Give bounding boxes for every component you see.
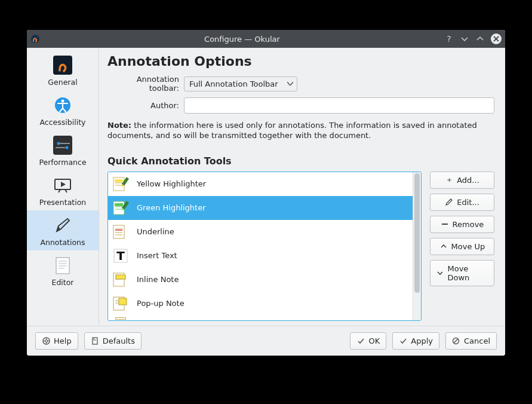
performance-icon (53, 135, 73, 155)
list-item-label: Green Highlighter (137, 203, 206, 212)
svg-point-5 (57, 142, 60, 145)
button-label: Move Up (451, 242, 485, 251)
content-pane: Annotation Options Annotation toolbar: F… (99, 48, 505, 326)
sidebar-item-accessibility[interactable]: Accessibility (27, 90, 99, 130)
sidebar-item-annotations[interactable]: Annotations (27, 210, 99, 250)
list-item[interactable]: Inline Note (108, 268, 413, 292)
button-label: Defaults (103, 336, 135, 345)
button-label: Add... (457, 176, 479, 185)
sidebar-item-label: Presentation (39, 198, 87, 207)
maximize-icon[interactable] (475, 34, 485, 44)
author-input[interactable] (184, 97, 494, 114)
svg-rect-4 (53, 136, 72, 155)
underline-icon (112, 223, 130, 241)
author-row: Author: (107, 97, 494, 114)
svg-rect-54 (93, 338, 97, 344)
popup-note-icon (112, 295, 130, 313)
sidebar-item-editor[interactable]: Editor (27, 250, 99, 290)
accessibility-icon (53, 95, 73, 115)
remove-button[interactable]: Remove (430, 216, 494, 233)
move-up-button[interactable]: Move Up (430, 238, 494, 255)
button-label: Edit... (457, 198, 479, 207)
list-item-label: Pop-up Note (137, 299, 184, 308)
partial-item-icon (112, 316, 130, 320)
tools-listbox[interactable]: Yellow Highlighter Green Highlighter (108, 172, 413, 320)
minus-icon (441, 220, 449, 228)
sidebar-item-general[interactable]: General (27, 50, 99, 90)
list-item-label: Underline (137, 227, 174, 236)
move-down-button[interactable]: Move Down (430, 260, 494, 286)
svg-rect-41 (116, 275, 125, 279)
scrollbar-thumb[interactable] (414, 173, 420, 293)
edit-button[interactable]: Edit... (430, 194, 494, 211)
cancel-icon (452, 337, 460, 345)
sidebar-item-presentation[interactable]: Presentation (27, 170, 99, 210)
list-item[interactable]: Yellow Highlighter (108, 172, 413, 196)
button-label: OK (368, 336, 380, 345)
author-label: Author: (107, 101, 179, 110)
button-label: Remove (453, 220, 484, 229)
window-buttons: ? (444, 33, 502, 44)
sidebar: General Accessibility Performance Presen… (27, 48, 99, 326)
list-item[interactable]: T Insert Text (108, 244, 413, 268)
tools-list-panel: Yellow Highlighter Green Highlighter (107, 172, 422, 321)
button-label: Apply (411, 336, 433, 345)
note-body: the information here is used only for an… (107, 121, 477, 140)
add-button[interactable]: ＋ Add... (430, 172, 494, 189)
list-item[interactable]: Green Highlighter (108, 196, 413, 220)
svg-rect-21 (115, 179, 123, 182)
sidebar-item-label: General (48, 78, 77, 87)
list-item[interactable]: Underline (108, 220, 413, 244)
svg-point-8 (66, 146, 69, 149)
chevron-up-icon (439, 242, 448, 250)
presentation-icon (53, 175, 73, 195)
svg-rect-31 (113, 225, 124, 238)
sidebar-item-performance[interactable]: Performance (27, 130, 99, 170)
svg-point-49 (45, 340, 47, 342)
svg-rect-28 (115, 203, 123, 206)
list-item-label: Insert Text (137, 251, 177, 260)
list-item-label: Yellow Highlighter (137, 179, 206, 188)
list-item-label: Inline Note (137, 275, 179, 284)
life-ring-icon (42, 337, 50, 345)
insert-text-icon: T (112, 247, 130, 265)
page-heading: Annotation Options (107, 54, 494, 69)
titlebar: Configure — Okular ? (27, 30, 505, 48)
sidebar-item-label: Accessibility (40, 118, 86, 127)
annotations-icon (53, 215, 73, 235)
scrollbar[interactable] (413, 172, 421, 320)
bottom-bar: Help Defaults OK Apply Cancel (27, 326, 505, 356)
window-title: Configure — Okular (44, 35, 441, 44)
minimize-icon[interactable] (460, 34, 469, 44)
chevron-down-icon (436, 269, 444, 277)
tools-area: Yellow Highlighter Green Highlighter (107, 172, 494, 321)
list-item[interactable] (108, 316, 413, 320)
close-icon[interactable] (491, 33, 502, 44)
pencil-icon (445, 198, 453, 206)
plus-icon: ＋ (445, 176, 453, 184)
help-icon[interactable]: ? (444, 34, 454, 44)
configure-dialog: Configure — Okular ? General Accessibili… (27, 30, 505, 356)
apply-button[interactable]: Apply (392, 332, 439, 350)
help-button[interactable]: Help (35, 332, 78, 350)
tool-buttons: ＋ Add... Edit... Remove (430, 172, 494, 286)
toolbar-row: Annotation toolbar: Full Annotation Tool… (107, 75, 494, 93)
annotation-toolbar-select[interactable]: Full Annotation Toolbar (184, 76, 297, 91)
svg-line-56 (454, 339, 458, 343)
defaults-button[interactable]: Defaults (84, 332, 142, 350)
sidebar-item-label: Performance (39, 158, 86, 167)
sidebar-item-label: Annotations (40, 238, 85, 247)
cancel-button[interactable]: Cancel (445, 332, 497, 350)
list-item[interactable]: Pop-up Note (108, 292, 413, 316)
document-revert-icon (91, 337, 99, 345)
note-bold: Note: (107, 121, 131, 130)
yellow-highlighter-icon (112, 175, 130, 193)
note-text: Note: the information here is used only … (107, 121, 494, 141)
svg-point-3 (61, 100, 64, 103)
app-icon (30, 34, 40, 44)
editor-icon (53, 255, 73, 276)
quick-tools-heading: Quick Annotation Tools (107, 155, 494, 167)
ok-button[interactable]: OK (350, 332, 386, 350)
button-label: Move Down (447, 264, 488, 282)
sidebar-item-label: Editor (52, 278, 74, 287)
